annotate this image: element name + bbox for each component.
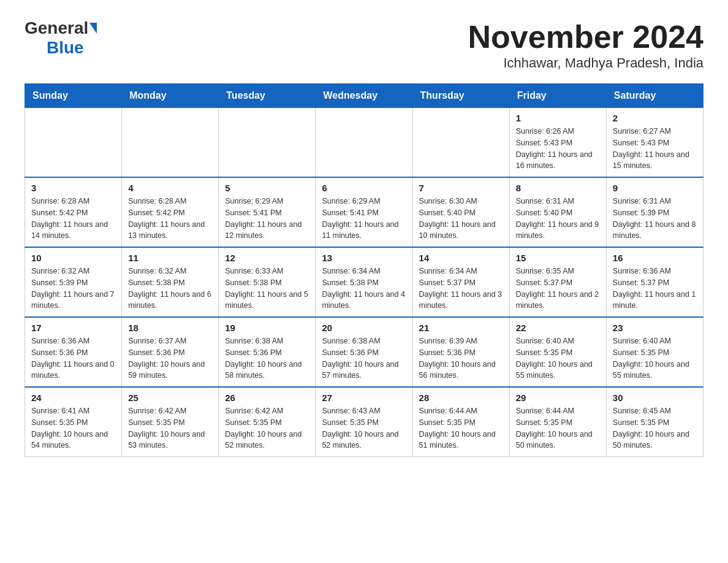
day-info: Sunrise: 6:40 AMSunset: 5:35 PMDaylight:… bbox=[613, 335, 697, 381]
day-number: 4 bbox=[128, 183, 212, 193]
day-info: Sunrise: 6:42 AMSunset: 5:35 PMDaylight:… bbox=[128, 405, 212, 451]
calendar-day-cell: 14Sunrise: 6:34 AMSunset: 5:37 PMDayligh… bbox=[412, 247, 509, 317]
calendar-table: SundayMondayTuesdayWednesdayThursdayFrid… bbox=[25, 83, 703, 457]
day-number: 2 bbox=[613, 113, 697, 123]
day-info: Sunrise: 6:32 AMSunset: 5:38 PMDaylight:… bbox=[128, 266, 212, 312]
day-info: Sunrise: 6:45 AMSunset: 5:35 PMDaylight:… bbox=[613, 405, 697, 451]
calendar-day-cell: 7Sunrise: 6:30 AMSunset: 5:40 PMDaylight… bbox=[412, 177, 509, 247]
day-info: Sunrise: 6:33 AMSunset: 5:38 PMDaylight:… bbox=[225, 266, 309, 312]
day-number: 1 bbox=[516, 113, 600, 123]
day-info: Sunrise: 6:34 AMSunset: 5:38 PMDaylight:… bbox=[322, 266, 406, 312]
day-info: Sunrise: 6:27 AMSunset: 5:43 PMDaylight:… bbox=[613, 126, 697, 172]
day-info: Sunrise: 6:29 AMSunset: 5:41 PMDaylight:… bbox=[322, 196, 406, 242]
calendar-week-row: 17Sunrise: 6:36 AMSunset: 5:36 PMDayligh… bbox=[25, 317, 703, 387]
day-number: 20 bbox=[322, 323, 406, 333]
calendar-day-cell: 21Sunrise: 6:39 AMSunset: 5:36 PMDayligh… bbox=[412, 317, 509, 387]
calendar-day-cell: 23Sunrise: 6:40 AMSunset: 5:35 PMDayligh… bbox=[606, 317, 703, 387]
day-number: 7 bbox=[419, 183, 503, 193]
calendar-day-cell: 5Sunrise: 6:29 AMSunset: 5:41 PMDaylight… bbox=[219, 177, 316, 247]
calendar-day-header: Wednesday bbox=[316, 84, 412, 108]
logo: General Blue bbox=[25, 18, 97, 58]
logo-triangle-icon bbox=[89, 23, 97, 34]
day-info: Sunrise: 6:44 AMSunset: 5:35 PMDaylight:… bbox=[516, 405, 600, 451]
calendar-day-header: Saturday bbox=[606, 84, 703, 108]
day-number: 15 bbox=[516, 253, 600, 263]
day-number: 24 bbox=[31, 393, 115, 403]
day-number: 30 bbox=[613, 393, 697, 403]
day-info: Sunrise: 6:26 AMSunset: 5:43 PMDaylight:… bbox=[516, 126, 600, 172]
day-info: Sunrise: 6:41 AMSunset: 5:35 PMDaylight:… bbox=[31, 405, 115, 451]
page-header: General Blue November 2024 Ichhawar, Mad… bbox=[25, 18, 703, 71]
day-info: Sunrise: 6:40 AMSunset: 5:35 PMDaylight:… bbox=[516, 335, 600, 381]
calendar-day-header: Thursday bbox=[412, 84, 509, 108]
calendar-day-cell bbox=[122, 108, 219, 178]
day-number: 29 bbox=[516, 393, 600, 403]
day-number: 25 bbox=[128, 393, 212, 403]
calendar-day-header: Tuesday bbox=[219, 84, 316, 108]
calendar-week-row: 10Sunrise: 6:32 AMSunset: 5:39 PMDayligh… bbox=[25, 247, 703, 317]
calendar-day-cell: 6Sunrise: 6:29 AMSunset: 5:41 PMDaylight… bbox=[316, 177, 412, 247]
calendar-day-cell: 16Sunrise: 6:36 AMSunset: 5:37 PMDayligh… bbox=[606, 247, 703, 317]
day-number: 5 bbox=[225, 183, 309, 193]
day-info: Sunrise: 6:31 AMSunset: 5:40 PMDaylight:… bbox=[516, 196, 600, 242]
day-info: Sunrise: 6:39 AMSunset: 5:36 PMDaylight:… bbox=[419, 335, 503, 381]
day-number: 19 bbox=[225, 323, 309, 333]
calendar-day-cell: 3Sunrise: 6:28 AMSunset: 5:42 PMDaylight… bbox=[25, 177, 122, 247]
calendar-day-cell: 22Sunrise: 6:40 AMSunset: 5:35 PMDayligh… bbox=[509, 317, 606, 387]
day-number: 14 bbox=[419, 253, 503, 263]
day-info: Sunrise: 6:29 AMSunset: 5:41 PMDaylight:… bbox=[225, 196, 309, 242]
day-number: 17 bbox=[31, 323, 115, 333]
calendar-day-cell: 30Sunrise: 6:45 AMSunset: 5:35 PMDayligh… bbox=[606, 387, 703, 457]
calendar-day-cell: 29Sunrise: 6:44 AMSunset: 5:35 PMDayligh… bbox=[509, 387, 606, 457]
day-info: Sunrise: 6:36 AMSunset: 5:36 PMDaylight:… bbox=[31, 335, 115, 381]
calendar-day-cell: 17Sunrise: 6:36 AMSunset: 5:36 PMDayligh… bbox=[25, 317, 122, 387]
day-number: 10 bbox=[31, 253, 115, 263]
day-info: Sunrise: 6:42 AMSunset: 5:35 PMDaylight:… bbox=[225, 405, 309, 451]
day-info: Sunrise: 6:28 AMSunset: 5:42 PMDaylight:… bbox=[128, 196, 212, 242]
day-number: 3 bbox=[31, 183, 115, 193]
calendar-day-cell bbox=[412, 108, 509, 178]
day-number: 21 bbox=[419, 323, 503, 333]
logo-blue-text: Blue bbox=[47, 38, 84, 57]
day-info: Sunrise: 6:32 AMSunset: 5:39 PMDaylight:… bbox=[31, 266, 115, 312]
day-info: Sunrise: 6:38 AMSunset: 5:36 PMDaylight:… bbox=[225, 335, 309, 381]
calendar-day-cell: 28Sunrise: 6:44 AMSunset: 5:35 PMDayligh… bbox=[412, 387, 509, 457]
calendar-day-cell: 8Sunrise: 6:31 AMSunset: 5:40 PMDaylight… bbox=[509, 177, 606, 247]
title-block: November 2024 Ichhawar, Madhya Pradesh, … bbox=[468, 18, 703, 71]
day-number: 27 bbox=[322, 393, 406, 403]
calendar-header-row: SundayMondayTuesdayWednesdayThursdayFrid… bbox=[25, 84, 703, 108]
calendar-day-cell: 18Sunrise: 6:37 AMSunset: 5:36 PMDayligh… bbox=[122, 317, 219, 387]
calendar-day-cell: 15Sunrise: 6:35 AMSunset: 5:37 PMDayligh… bbox=[509, 247, 606, 317]
calendar-day-cell: 19Sunrise: 6:38 AMSunset: 5:36 PMDayligh… bbox=[219, 317, 316, 387]
calendar-day-header: Friday bbox=[509, 84, 606, 108]
logo-general-text: General bbox=[25, 18, 88, 38]
calendar-day-cell: 24Sunrise: 6:41 AMSunset: 5:35 PMDayligh… bbox=[25, 387, 122, 457]
page-title: November 2024 bbox=[468, 18, 703, 55]
day-number: 28 bbox=[419, 393, 503, 403]
calendar-day-cell: 27Sunrise: 6:43 AMSunset: 5:35 PMDayligh… bbox=[316, 387, 412, 457]
calendar-week-row: 1Sunrise: 6:26 AMSunset: 5:43 PMDaylight… bbox=[25, 108, 703, 178]
calendar-day-cell: 13Sunrise: 6:34 AMSunset: 5:38 PMDayligh… bbox=[316, 247, 412, 317]
day-info: Sunrise: 6:38 AMSunset: 5:36 PMDaylight:… bbox=[322, 335, 406, 381]
day-number: 9 bbox=[613, 183, 697, 193]
day-number: 23 bbox=[613, 323, 697, 333]
day-info: Sunrise: 6:36 AMSunset: 5:37 PMDaylight:… bbox=[613, 266, 697, 312]
calendar-day-cell: 25Sunrise: 6:42 AMSunset: 5:35 PMDayligh… bbox=[122, 387, 219, 457]
day-number: 6 bbox=[322, 183, 406, 193]
calendar-day-cell: 11Sunrise: 6:32 AMSunset: 5:38 PMDayligh… bbox=[122, 247, 219, 317]
day-number: 13 bbox=[322, 253, 406, 263]
day-info: Sunrise: 6:31 AMSunset: 5:39 PMDaylight:… bbox=[613, 196, 697, 242]
calendar-day-cell bbox=[219, 108, 316, 178]
calendar-day-cell: 4Sunrise: 6:28 AMSunset: 5:42 PMDaylight… bbox=[122, 177, 219, 247]
calendar-week-row: 24Sunrise: 6:41 AMSunset: 5:35 PMDayligh… bbox=[25, 387, 703, 457]
day-info: Sunrise: 6:43 AMSunset: 5:35 PMDaylight:… bbox=[322, 405, 406, 451]
day-number: 26 bbox=[225, 393, 309, 403]
calendar-day-cell: 9Sunrise: 6:31 AMSunset: 5:39 PMDaylight… bbox=[606, 177, 703, 247]
page-subtitle: Ichhawar, Madhya Pradesh, India bbox=[468, 55, 703, 71]
calendar-day-cell: 20Sunrise: 6:38 AMSunset: 5:36 PMDayligh… bbox=[316, 317, 412, 387]
calendar-day-cell bbox=[316, 108, 412, 178]
calendar-day-cell: 12Sunrise: 6:33 AMSunset: 5:38 PMDayligh… bbox=[219, 247, 316, 317]
day-number: 16 bbox=[613, 253, 697, 263]
calendar-week-row: 3Sunrise: 6:28 AMSunset: 5:42 PMDaylight… bbox=[25, 177, 703, 247]
calendar-day-cell: 26Sunrise: 6:42 AMSunset: 5:35 PMDayligh… bbox=[219, 387, 316, 457]
